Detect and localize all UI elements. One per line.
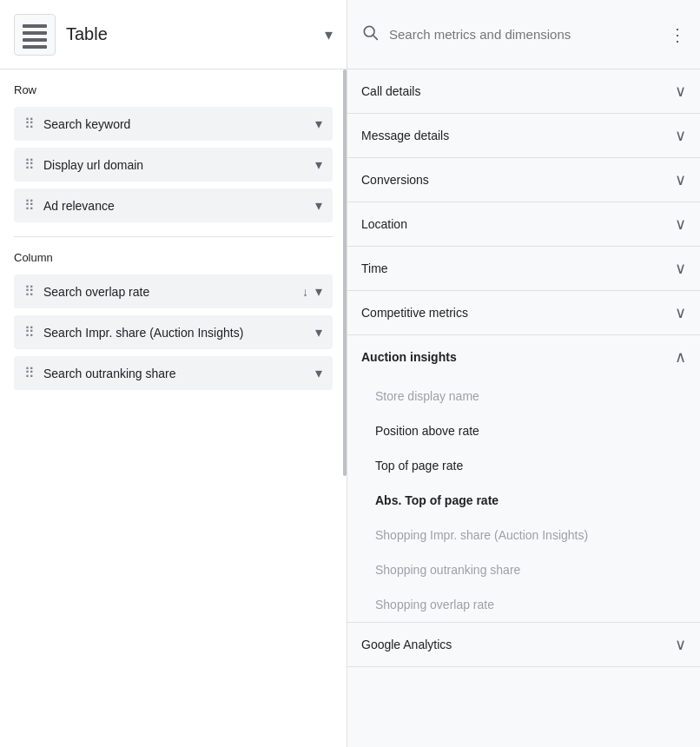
group-label: Competitive metrics	[361, 306, 468, 320]
title-dropdown-arrow[interactable]: ▾	[325, 25, 333, 44]
field-label: Display url domain	[43, 158, 315, 172]
group-label: Message details	[361, 129, 449, 142]
group-label: Location	[361, 217, 407, 231]
metric-item-shopping-overlap-rate[interactable]: Shopping overlap rate	[347, 587, 700, 622]
svg-line-5	[373, 36, 378, 40]
drag-handle-icon: ⠿	[24, 365, 35, 381]
metric-item-label: Shopping outranking share	[375, 563, 520, 577]
metric-group-header-message-details[interactable]: Message details ∨	[347, 114, 700, 157]
field-dropdown-icon[interactable]: ▾	[315, 283, 322, 300]
search-input[interactable]	[389, 27, 669, 42]
metric-item-label: Store display name	[375, 389, 479, 403]
field-dropdown-icon[interactable]: ▾	[315, 365, 322, 381]
chevron-up-icon: ∧	[675, 347, 686, 367]
metric-group-message-details: Message details ∨	[347, 114, 700, 158]
metric-group-auction-insights: Auction insights ∧ Store display name Po…	[347, 335, 700, 623]
row-section-label: Row	[14, 83, 333, 96]
chevron-down-icon: ∨	[675, 170, 686, 189]
scroll-indicator	[343, 69, 347, 476]
page-title: Table	[66, 24, 325, 44]
metric-group-google-analytics: Google Analytics ∨	[347, 623, 700, 667]
left-panel: Table ▾ Row ⠿ Search keyword ▾ ⠿ Display…	[0, 0, 347, 747]
field-dropdown-icon[interactable]: ▾	[315, 156, 322, 173]
metric-item-label: Shopping overlap rate	[375, 598, 494, 611]
section-divider	[14, 236, 333, 237]
chevron-down-icon: ∨	[675, 215, 686, 234]
table-header: Table ▾	[0, 0, 347, 69]
column-item-search-overlap[interactable]: ⠿ Search overlap rate ↓ ▾	[14, 274, 333, 308]
column-section-label: Column	[14, 251, 333, 264]
metric-item-shopping-impr-share[interactable]: Shopping Impr. share (Auction Insights)	[347, 518, 700, 552]
metric-group-header-call-details[interactable]: Call details ∨	[347, 69, 700, 113]
field-dropdown-icon[interactable]: ▾	[315, 324, 322, 340]
field-label: Search Impr. share (Auction Insights)	[43, 326, 315, 340]
metric-group-location: Location ∨	[347, 202, 700, 247]
metrics-list: Call details ∨ Message details ∨ Convers…	[347, 69, 700, 747]
field-dropdown-icon[interactable]: ▾	[315, 116, 322, 132]
field-label: Search overlap rate	[43, 285, 302, 299]
svg-rect-3	[23, 45, 47, 49]
svg-rect-0	[23, 24, 47, 28]
metric-item-label: Abs. Top of page rate	[375, 493, 499, 507]
metric-group-competitive: Competitive metrics ∨	[347, 291, 700, 335]
group-label: Auction insights	[361, 350, 457, 364]
row-item-search-keyword[interactable]: ⠿ Search keyword ▾	[14, 107, 333, 141]
drag-handle-icon: ⠿	[24, 116, 35, 132]
metric-item-position-above-rate[interactable]: Position above rate	[347, 413, 700, 448]
field-dropdown-icon[interactable]: ▾	[315, 197, 322, 214]
metric-item-top-of-page-rate[interactable]: Top of page rate	[347, 448, 700, 483]
chevron-down-icon: ∨	[675, 303, 686, 322]
metric-group-header-competitive[interactable]: Competitive metrics ∨	[347, 291, 700, 334]
drag-handle-icon: ⠿	[24, 156, 35, 173]
chevron-down-icon: ∨	[675, 635, 686, 654]
metric-group-conversions: Conversions ∨	[347, 158, 700, 202]
metrics-search-bar: ⋮	[347, 0, 700, 69]
drag-handle-icon: ⠿	[24, 197, 35, 214]
column-item-search-impr[interactable]: ⠿ Search Impr. share (Auction Insights) …	[14, 315, 333, 349]
metric-group-call-details: Call details ∨	[347, 69, 700, 114]
row-item-ad-relevance[interactable]: ⠿ Ad relevance ▾	[14, 188, 333, 222]
metric-group-time: Time ∨	[347, 247, 700, 291]
column-item-search-outranking[interactable]: ⠿ Search outranking share ▾	[14, 356, 333, 390]
metric-group-header-time[interactable]: Time ∨	[347, 247, 700, 290]
field-label: Ad relevance	[43, 199, 315, 213]
chevron-down-icon: ∨	[675, 126, 686, 145]
group-label: Google Analytics	[361, 638, 452, 651]
chevron-down-icon: ∨	[675, 82, 686, 101]
metric-group-header-conversions[interactable]: Conversions ∨	[347, 158, 700, 202]
more-options-icon[interactable]: ⋮	[669, 24, 686, 45]
left-content: Row ⠿ Search keyword ▾ ⠿ Display url dom…	[0, 69, 347, 411]
sort-icon: ↓	[302, 285, 308, 299]
drag-handle-icon: ⠿	[24, 283, 35, 300]
table-icon	[14, 14, 56, 56]
group-label: Time	[361, 261, 388, 275]
field-label: Search keyword	[43, 117, 315, 131]
left-panel-body: Row ⠿ Search keyword ▾ ⠿ Display url dom…	[0, 69, 347, 747]
field-label: Search outranking share	[43, 367, 315, 380]
group-label: Conversions	[361, 173, 429, 187]
svg-rect-2	[23, 38, 47, 42]
metric-item-store-display-name[interactable]: Store display name	[347, 379, 700, 413]
metric-group-header-location[interactable]: Location ∨	[347, 202, 700, 246]
metric-item-label: Top of page rate	[375, 459, 463, 473]
metric-item-shopping-outranking-share[interactable]: Shopping outranking share	[347, 552, 700, 587]
metric-item-label: Shopping Impr. share (Auction Insights)	[375, 528, 588, 542]
metric-group-header-google-analytics[interactable]: Google Analytics ∨	[347, 623, 700, 666]
drag-handle-icon: ⠿	[24, 324, 35, 340]
metric-item-abs-top-of-page-rate[interactable]: Abs. Top of page rate	[347, 483, 700, 518]
metric-group-header-auction-insights[interactable]: Auction insights ∧	[347, 335, 700, 379]
group-label: Call details	[361, 84, 420, 98]
right-panel: ⋮ Call details ∨ Message details ∨	[347, 0, 700, 747]
svg-rect-1	[23, 31, 47, 35]
search-icon	[361, 23, 379, 45]
row-item-display-url[interactable]: ⠿ Display url domain ▾	[14, 148, 333, 182]
metric-item-label: Position above rate	[375, 424, 479, 438]
chevron-down-icon: ∨	[675, 259, 686, 278]
